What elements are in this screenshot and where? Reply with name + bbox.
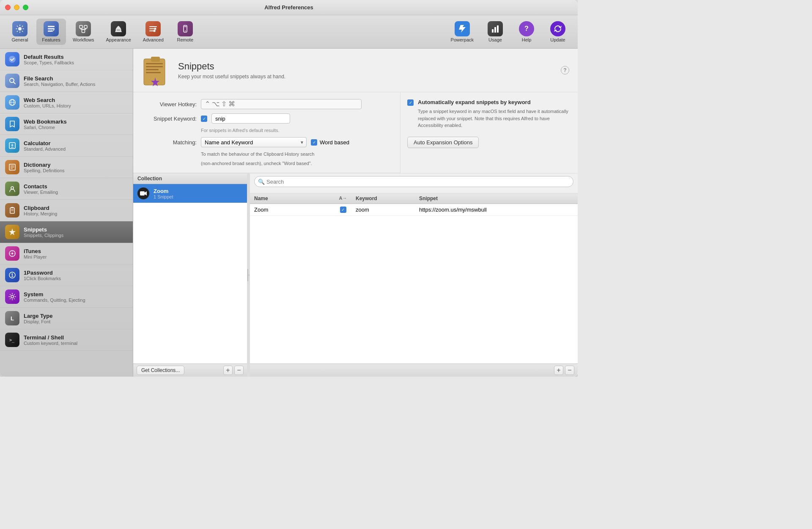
sidebar-dictionary-title: Dictionary — [24, 162, 65, 168]
col-header-snippet: Snippet — [415, 196, 578, 201]
help-button[interactable]: ? — [561, 66, 569, 74]
general-icon — [12, 21, 27, 36]
sidebar-system-subtitle: Commands, Quitting, Ejecting — [24, 298, 85, 303]
word-based-label: Word based — [320, 139, 349, 146]
expand-checkbox[interactable] — [340, 207, 346, 213]
sidebar: Default Results Scope, Types, Fallbacks … — [0, 49, 133, 377]
snippet-keyword-hint: For snippets in Alfred's default results… — [201, 128, 392, 133]
svg-rect-8 — [115, 31, 122, 32]
toolbar-item-appearance[interactable]: Appearance — [101, 19, 136, 45]
sidebar-item-clipboard[interactable]: Clipboard History, Merging — [0, 200, 133, 221]
toolbar-item-powerpack[interactable]: Powerpack — [446, 19, 479, 45]
svg-point-10 — [154, 28, 156, 30]
sidebar-snippets-title: Snippets — [24, 226, 63, 233]
viewer-hotkey-input[interactable] — [201, 99, 362, 109]
snippet-keyword-input[interactable] — [211, 113, 290, 124]
sidebar-item-calculator[interactable]: Calculator Standard, Advanced — [0, 135, 133, 157]
col-header-expand: A→ — [335, 196, 351, 201]
viewer-hotkey-row: Viewer Hotkey: — [142, 99, 392, 109]
svg-rect-16 — [494, 27, 496, 33]
sidebar-item-large-type[interactable]: L Large Type Display, Font — [0, 308, 133, 329]
add-collection-button[interactable]: + — [223, 366, 233, 375]
toolbar-right: Powerpack Usage — [446, 19, 573, 45]
usage-icon — [488, 21, 503, 36]
web-bookmarks-icon — [5, 117, 19, 131]
sidebar-item-file-search[interactable]: File Search Search, Navigation, Buffer, … — [0, 70, 133, 92]
svg-rect-9 — [117, 30, 120, 30]
sidebar-item-contacts[interactable]: Contacts Viewer, Emailing — [0, 178, 133, 200]
terminal-icon: >_ — [5, 333, 19, 347]
sidebar-item-snippets[interactable]: Snippets Snippets, Clippings — [0, 221, 133, 243]
toolbar-item-features[interactable]: Features — [36, 19, 66, 45]
update-icon — [550, 21, 565, 36]
sidebar-default-results-title: Default Results — [24, 54, 74, 60]
snippet-row[interactable]: Zoom zoom https://zoom.us/my/mswbull — [250, 204, 578, 216]
add-snippet-button[interactable]: + — [554, 366, 563, 375]
toolbar-usage-label: Usage — [488, 37, 502, 42]
sidebar-1password-subtitle: 1Click Bookmarks — [24, 276, 61, 281]
auto-expansion-panel: Automatically expand snippets by keyword… — [400, 92, 578, 173]
auto-expand-checkbox[interactable] — [407, 99, 414, 106]
zoom-collection-name: Zoom — [154, 188, 243, 194]
snippet-keyword-checkbox[interactable] — [201, 116, 207, 122]
sidebar-system-title: System — [24, 291, 85, 298]
matching-label: Matching: — [142, 139, 197, 146]
search-box: 🔍 — [254, 176, 573, 187]
sidebar-item-1password[interactable]: 1 1Password 1Click Bookmarks — [0, 264, 133, 286]
remote-icon — [178, 21, 193, 36]
sidebar-item-dictionary[interactable]: Dictionary Spelling, Definitions — [0, 157, 133, 178]
collection-item-zoom[interactable]: Zoom 1 Snippet — [133, 184, 247, 203]
remove-snippet-button[interactable]: − — [565, 366, 574, 375]
toolbar-item-remote[interactable]: Remote — [170, 19, 200, 45]
toolbar-item-workflows[interactable]: Workflows — [68, 19, 99, 45]
svg-line-21 — [14, 82, 15, 84]
toolbar: General Features — [0, 15, 578, 49]
auto-expansion-options-button[interactable]: Auto Expansion Options — [407, 137, 479, 148]
svg-rect-50 — [146, 72, 161, 73]
snippet-expand-checkbox[interactable] — [335, 207, 351, 213]
close-button[interactable] — [5, 5, 11, 10]
toolbar-powerpack-label: Powerpack — [451, 37, 474, 42]
col-header-keyword: Keyword — [351, 196, 415, 201]
toolbar-features-label: Features — [42, 37, 60, 42]
default-results-icon — [5, 52, 19, 66]
maximize-button[interactable] — [23, 5, 28, 10]
toolbar-advanced-label: Advanced — [143, 37, 164, 42]
itunes-icon — [5, 246, 19, 261]
get-collections-button[interactable]: Get Collections... — [137, 366, 184, 375]
sidebar-large-type-title: Large Type — [24, 313, 52, 319]
remove-collection-button[interactable]: − — [234, 366, 244, 375]
matching-select[interactable]: Name and Keyword Name only Keyword only — [201, 137, 307, 147]
svg-point-19 — [9, 56, 16, 63]
toolbar-item-update[interactable]: Update — [543, 19, 573, 45]
sidebar-dictionary-subtitle: Spelling, Definitions — [24, 168, 65, 173]
svg-rect-1 — [48, 26, 55, 27]
contacts-icon — [5, 182, 19, 196]
toolbar-item-help[interactable]: ? Help — [512, 19, 541, 45]
auto-expand-description: Type a snippet keyword in any macOS text… — [418, 108, 571, 129]
collection-header: Collection — [133, 174, 247, 184]
sidebar-item-web-bookmarks[interactable]: Web Bookmarks Safari, Chrome — [0, 113, 133, 135]
toolbar-item-general[interactable]: General — [5, 19, 35, 45]
toolbar-item-usage[interactable]: Usage — [480, 19, 510, 45]
toolbar-item-advanced[interactable]: Advanced — [138, 19, 169, 45]
collection-panel: Collection Zoom 1 Snippet — [133, 174, 247, 377]
snippets-sidebar-icon — [5, 225, 19, 239]
sidebar-item-itunes[interactable]: iTunes Mini Player — [0, 243, 133, 264]
search-input[interactable] — [254, 176, 573, 187]
word-based-checkbox[interactable] — [311, 139, 317, 146]
svg-text:1: 1 — [11, 273, 14, 278]
divider-visual — [247, 269, 248, 281]
sidebar-item-system[interactable]: System Commands, Quitting, Ejecting — [0, 286, 133, 308]
sidebar-item-terminal[interactable]: >_ Terminal / Shell Custom keyword, term… — [0, 329, 133, 351]
sidebar-item-default-results[interactable]: Default Results Scope, Types, Fallbacks — [0, 49, 133, 70]
toolbar-help-label: Help — [522, 37, 532, 42]
matching-hint-line2: (non-anchored broad search), uncheck "Wo… — [201, 161, 392, 166]
svg-rect-17 — [497, 25, 499, 33]
sidebar-calculator-subtitle: Standard, Advanced — [24, 146, 66, 152]
minimize-button[interactable] — [14, 5, 19, 10]
zoom-collection-count: 1 Snippet — [154, 194, 243, 199]
sidebar-itunes-title: iTunes — [24, 248, 47, 254]
sidebar-web-bookmarks-title: Web Bookmarks — [24, 118, 67, 125]
sidebar-item-web-search[interactable]: Web Search Custom, URLs, History — [0, 92, 133, 113]
